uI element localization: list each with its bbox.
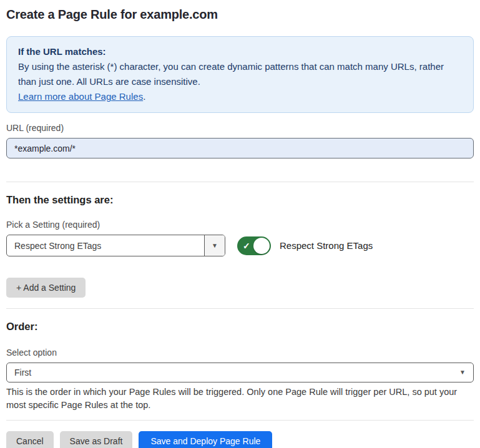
link-period-text: . <box>143 91 145 102</box>
info-box-link-row: Learn more about Page Rules. <box>18 89 462 104</box>
order-select[interactable]: First ▼ <box>6 363 474 382</box>
footer-actions: Cancel Save as Draft Save and Deploy Pag… <box>6 431 474 448</box>
etags-toggle[interactable]: ✓ <box>237 236 271 255</box>
info-box-heading: If the URL matches: <box>18 44 462 59</box>
url-input[interactable] <box>6 138 474 158</box>
order-help-text: This is the order in which your Page Rul… <box>6 386 474 412</box>
section-divider <box>6 182 474 182</box>
settings-section-heading: Then the settings are: <box>6 194 474 206</box>
order-select-value: First <box>7 363 473 382</box>
chevron-down-icon: ▼ <box>212 243 218 249</box>
info-box-body: By using the asterisk (*) character, you… <box>18 59 462 89</box>
page-rule-form: Create a Page Rule for example.com If th… <box>0 7 480 448</box>
toggle-knob <box>253 238 270 254</box>
section-divider <box>6 308 474 309</box>
setting-select-arrow-button[interactable]: ▼ <box>204 235 225 256</box>
footer-divider <box>6 420 474 421</box>
setting-picker-label: Pick a Setting (required) <box>6 220 474 230</box>
add-setting-button[interactable]: + Add a Setting <box>6 278 86 298</box>
page-title: Create a Page Rule for example.com <box>6 7 474 22</box>
chevron-down-icon: ▼ <box>459 369 466 376</box>
setting-select-value: Respect Strong ETags <box>7 235 204 256</box>
setting-row: Respect Strong ETags ▼ ✓ Respect Strong … <box>6 235 474 256</box>
save-deploy-button[interactable]: Save and Deploy Page Rule <box>139 431 272 448</box>
order-section-heading: Order: <box>6 321 474 333</box>
setting-toggle-group: ✓ Respect Strong ETags <box>237 236 373 255</box>
toggle-label: Respect Strong ETags <box>280 240 373 251</box>
check-icon: ✓ <box>243 241 250 251</box>
url-match-info-box: If the URL matches: By using the asteris… <box>6 36 474 113</box>
learn-more-link[interactable]: Learn more about Page Rules <box>18 91 143 102</box>
save-draft-button[interactable]: Save as Draft <box>60 431 133 448</box>
url-field-label: URL (required) <box>6 123 474 133</box>
cancel-button[interactable]: Cancel <box>6 431 54 448</box>
setting-select[interactable]: Respect Strong ETags ▼ <box>6 235 225 256</box>
order-select-label: Select option <box>6 348 474 358</box>
